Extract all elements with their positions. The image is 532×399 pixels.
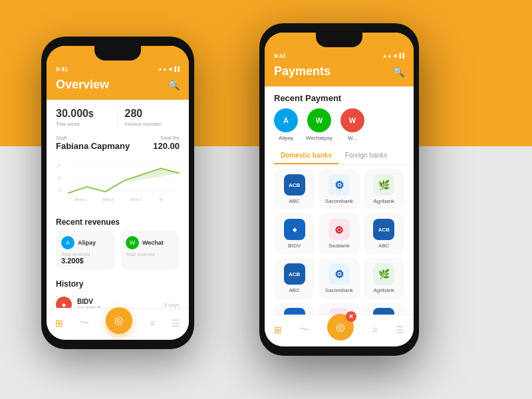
back-nav-chart-icon: 〜 — [80, 317, 89, 329]
abc-name-2: ABC — [378, 243, 389, 249]
back-stat-invoice-value: 280 — [125, 108, 180, 120]
back-status-icons: ▲▲ ◀ ▐▐ — [158, 66, 180, 72]
w3-label: W... — [348, 135, 357, 141]
alipay-label: Alipay — [279, 135, 293, 141]
tab-foreign[interactable]: Foreign banks — [338, 148, 394, 164]
back-bottom-nav: ⊞ 〜 ◎ ≡ ☰ — [47, 308, 189, 340]
back-stat-week: 30.000$ This week — [56, 108, 111, 127]
svg-text:Week 3: Week 3 — [130, 198, 142, 201]
back-status-bar: 9:41 ▲▲ ◀ ▐▐ — [56, 66, 180, 72]
payment-icon-w3[interactable]: W W... — [340, 108, 364, 141]
wechat-circle-icon: W — [307, 108, 331, 132]
front-screen-title: Payments — [274, 65, 331, 78]
svg-text:60: 60 — [57, 164, 61, 168]
front-title-row: Payments 🔍 — [274, 65, 404, 78]
back-chart-svg: 60 30 10 Week 1 Week 2 Week 3 W — [56, 159, 180, 205]
back-stat-week-value: 30.000$ — [56, 108, 111, 120]
wechat-sublabel: Total received — [126, 252, 174, 257]
back-nav-profile[interactable]: ☰ — [172, 318, 180, 329]
abc-logo-1: ACB — [284, 174, 305, 196]
back-phone-notch — [94, 46, 141, 61]
back-nav-scan-btn[interactable]: ◎ — [106, 307, 132, 334]
svg-text:Week 1: Week 1 — [74, 198, 86, 201]
bank-sea-1[interactable]: ⊛ Seabank — [319, 213, 359, 254]
sacom-logo-2: ⚙ — [329, 263, 350, 285]
back-revenues: A Alipay Total received 3.200$ W Wechat … — [47, 231, 189, 275]
agri-name-1: Agribank — [374, 198, 395, 204]
back-status-time: 9:41 — [56, 66, 68, 72]
bank-agri-2[interactable]: 🌿 Agribank — [364, 258, 404, 299]
svg-text:10: 10 — [57, 188, 61, 192]
back-nav-profile-icon: ☰ — [172, 318, 180, 329]
back-stat-invoice-label: Invoice number — [125, 121, 180, 127]
sacom-name-2: Sacombank — [325, 287, 353, 293]
back-revenue-alipay: A Alipay Total received 3.200$ — [56, 231, 115, 270]
svg-text:Week 2: Week 2 — [102, 198, 114, 201]
alipay-amount: 3.200$ — [61, 257, 110, 265]
alipay-name: Alipay — [78, 239, 96, 246]
bank-abc-2[interactable]: ACB ABC — [364, 213, 404, 254]
bidv-logo-1: ◆ — [284, 219, 305, 240]
back-revenues-title: Recent revenues — [47, 213, 189, 231]
front-nav-chart[interactable]: 〜 — [300, 324, 309, 336]
front-nav-scan[interactable]: ◎ ✕ — [327, 314, 354, 346]
back-search-icon[interactable]: 🔍 — [168, 80, 180, 90]
back-nav-filter[interactable]: ≡ — [150, 318, 155, 329]
payment-icon-alipay[interactable]: A Alipay — [274, 108, 298, 141]
svg-text:30: 30 — [57, 176, 61, 180]
wechat-label: Wechatpay — [306, 135, 332, 141]
svg-text:W: W — [160, 198, 163, 201]
sea-logo-1: ⊛ — [329, 219, 350, 240]
bidv-name-1: BIDV — [288, 243, 301, 249]
back-nav-home[interactable]: ⊞ — [55, 318, 63, 329]
bidv-time: 3 days — [164, 302, 180, 308]
wechat-icon: W — [126, 236, 139, 249]
phone-front: 9:41 ▲▲ ◀ ▐▐ Payments 🔍 Recent Payment A… — [259, 23, 419, 356]
front-phone-notch — [316, 33, 362, 47]
w3-circle-icon: W — [340, 108, 364, 132]
abc-name-3: ABC — [289, 287, 299, 293]
sacom-logo-1: ⚙ — [329, 174, 350, 196]
back-history-title: History — [47, 275, 189, 293]
agri-logo-2: 🌿 — [373, 263, 394, 285]
back-total-label: Total Re — [153, 135, 180, 141]
back-nav-home-icon: ⊞ — [55, 318, 63, 329]
back-chart: 60 30 10 Week 1 Week 2 Week 3 W — [47, 156, 189, 213]
payment-icon-wechat[interactable]: W Wechatpay — [306, 108, 332, 141]
back-nav-scan[interactable]: ◎ — [106, 307, 132, 339]
alipay-circle-icon: A — [274, 108, 298, 132]
alipay-sublabel: Total received — [61, 252, 110, 257]
front-nav-filter[interactable]: ≡ — [372, 325, 378, 335]
phone-back: 9:41 ▲▲ ◀ ▐▐ Overview 🔍 30.000$ This wee… — [41, 37, 194, 349]
back-total-value: 120.00 — [153, 141, 180, 151]
bank-abc-3[interactable]: ACB ABC — [274, 258, 315, 299]
back-nav-chart[interactable]: 〜 — [80, 317, 89, 329]
front-nav-home-icon: ⊞ — [274, 325, 282, 335]
back-nav-filter-icon: ≡ — [150, 318, 155, 329]
close-badge[interactable]: ✕ — [346, 311, 356, 322]
back-stats: 30.000$ This week 280 Invoice number — [47, 100, 189, 132]
back-revenue-wechat: W Wechat Total received — [120, 231, 180, 270]
bank-sacom-2[interactable]: ⚙ Sacombank — [319, 258, 359, 299]
back-staff-name: Fabiana Capmany — [56, 141, 130, 151]
bank-sacom-1[interactable]: ⚙ Sacombank — [319, 169, 359, 209]
back-screen-title: Overview — [56, 78, 109, 92]
bank-tabs: Domestic banks Foreign banks — [265, 148, 414, 165]
front-nav-home[interactable]: ⊞ — [274, 325, 282, 335]
bidv-name: BIDV — [77, 298, 158, 305]
back-phone-screen: 9:41 ▲▲ ◀ ▐▐ Overview 🔍 30.000$ This wee… — [47, 46, 189, 340]
front-status-icons: ▲▲ ◀ ▐▐ — [382, 53, 404, 59]
wechat-name: Wechat — [142, 239, 164, 246]
front-nav-profile-icon: ☰ — [396, 325, 404, 335]
bank-bidv-1[interactable]: ◆ BIDV — [274, 213, 315, 254]
front-nav-profile[interactable]: ☰ — [396, 325, 404, 335]
sea-name-1: Seabank — [329, 243, 350, 249]
front-search-icon[interactable]: 🔍 — [393, 66, 404, 77]
tab-domestic[interactable]: Domestic banks — [274, 148, 338, 164]
front-nav-chart-icon: 〜 — [300, 324, 309, 336]
bank-abc-1[interactable]: ACB ABC — [274, 169, 315, 209]
sacom-name-1: Sacombank — [325, 198, 353, 204]
agri-logo-1: 🌿 — [373, 174, 394, 196]
back-staff: Staff Fabiana Capmany Total Re 120.00 — [47, 132, 189, 156]
bank-agri-1[interactable]: 🌿 Agribank — [364, 169, 404, 209]
